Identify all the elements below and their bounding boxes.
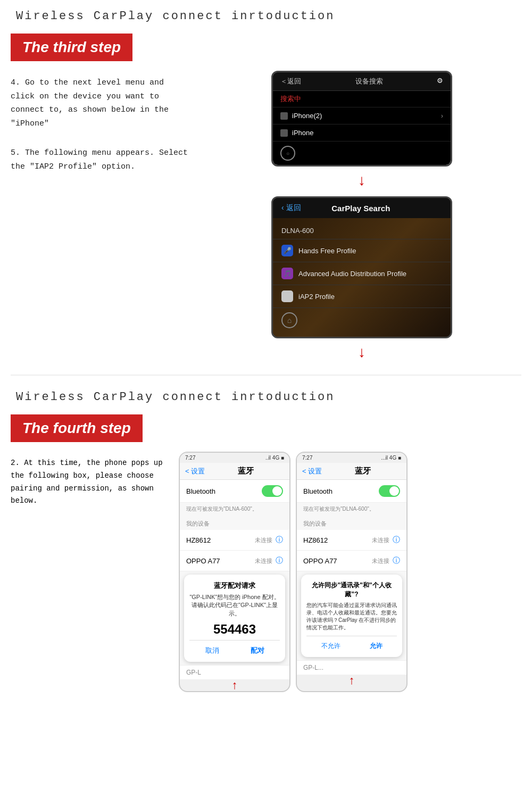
phone1-back[interactable]: < 设置: [185, 467, 205, 476]
phone2-gp-label: GP-L...: [303, 664, 323, 671]
phone2-time: 7:27: [302, 455, 312, 461]
phone2-discoverable: 现在可被发现为"DLNA-600"。: [297, 503, 406, 516]
phone1-nav-title: 蓝牙: [207, 466, 284, 476]
step4-text-col: 2. At this time, the phone pops up the f…: [11, 452, 170, 508]
phone2-device2-name: OPPO A77: [303, 557, 372, 565]
phone2-signal: ...il 4G ■: [381, 455, 401, 461]
carplay-item1[interactable]: 🎤 Hands Free Profile: [273, 239, 451, 262]
phone1-gp-label: GP-L: [186, 669, 201, 676]
phone1-status: 7:27 ..il 4G ■: [180, 453, 289, 463]
phone1-device2-row[interactable]: OPPO A77 未连接 ⓘ: [180, 551, 289, 571]
step4-badge: The fourth step: [11, 414, 143, 442]
phone2-arrow: ↑: [297, 675, 406, 686]
phone1-cancel-btn[interactable]: 取消: [200, 645, 225, 656]
car-screen-1-icon1: [280, 112, 288, 120]
phone1-nav: < 设置 蓝牙: [180, 463, 289, 480]
phone1-dialog-body: "GP-LINK"想与您的 iPhone 配对。请确认此代码已在"GP-LINK…: [189, 593, 280, 618]
car-screen-1-item1[interactable]: iPhone(2) ›: [273, 107, 451, 124]
phone1-bluetooth-toggle[interactable]: [262, 485, 283, 497]
step3-instruction4: 4. Go to the next level menu and click o…: [11, 76, 192, 130]
phone2-dialog: 允许同步"通讯录"和"个人收藏"? 您的汽车可能会通过蓝牙请求访问通讯录、电话个…: [301, 575, 402, 657]
phone1-bluetooth-label: Bluetooth: [186, 487, 262, 495]
carplay-title: CarPlay Search: [331, 204, 390, 213]
phone2-bluetooth-row: Bluetooth: [297, 480, 406, 503]
phone1-pair-btn[interactable]: 配对: [245, 645, 270, 656]
section-fourth-step: The fourth step 2. At this time, the pho…: [0, 409, 532, 703]
car-screen-1-searching: 搜索中: [273, 91, 451, 107]
car-screen-1-bottom: ○: [273, 142, 451, 165]
step4-content: 2. At this time, the phone pops up the f…: [11, 452, 521, 692]
step3-text-col: 4. Go to the next level menu and click o…: [11, 71, 192, 173]
phone1-bluetooth-row: Bluetooth: [180, 480, 289, 503]
phone2-device1-status: 未连接: [372, 536, 389, 544]
car-screen-1-icon2: [280, 129, 288, 137]
carplay-screen: ‹ 返回 CarPlay Search DLNA-600 🎤 Hands Fre…: [271, 196, 452, 338]
phone2-my-devices-header: 我的设备: [297, 516, 406, 530]
phone1-device1-row[interactable]: HZ8612 未连接 ⓘ: [180, 530, 289, 551]
phone2-device1-info[interactable]: ⓘ: [393, 535, 400, 545]
phone1-dialog-title: 蓝牙配对请求: [189, 581, 280, 591]
phone2-dialog-title: 允许同步"通讯录"和"个人收藏"?: [306, 581, 397, 599]
car-screen-1-back: ＜返回: [280, 77, 301, 86]
car-screen-1-arrow1: ›: [441, 112, 443, 120]
phone2-device1-name: HZ8612: [303, 536, 372, 544]
carplay-icon3: [281, 290, 293, 302]
car-screen-1-header: ＜返回 设备搜索 ⚙: [273, 72, 451, 91]
car-screen-1-title: 设备搜索: [355, 77, 383, 86]
phone1-time: 7:27: [185, 455, 195, 461]
car-screen-1-circle-btn[interactable]: ○: [280, 146, 295, 161]
carplay-item3-label: iAP2 Profile: [298, 293, 335, 301]
carplay-item1-label: Hands Free Profile: [298, 247, 356, 255]
step3-content: 4. Go to the next level menu and click o…: [11, 71, 521, 359]
arrow-pointer-2: ↓: [358, 346, 367, 361]
carplay-item2-label: Advanced Audio Distribution Profile: [298, 270, 406, 278]
phone1-dialog: 蓝牙配对请求 "GP-LINK"想与您的 iPhone 配对。请确认此代码已在"…: [184, 575, 285, 662]
phone1-my-devices-header: 我的设备: [180, 516, 289, 530]
phone2-back[interactable]: < 设置: [302, 467, 322, 476]
phone2-status: 7:27 ...il 4G ■: [297, 453, 406, 463]
phone2-bluetooth-label: Bluetooth: [303, 487, 379, 495]
phone1-dialog-buttons: 取消 配对: [189, 640, 280, 656]
section-third-step: The third step 4. Go to the next level m…: [0, 28, 532, 369]
carplay-bottom: ⌂: [273, 308, 451, 332]
phone1-device2-info[interactable]: ⓘ: [276, 556, 283, 566]
page-title-2: Wireless CarPlay connect inrtoduction: [0, 381, 532, 409]
carplay-home-btn[interactable]: ⌂: [281, 312, 297, 328]
phone-mock-2: 7:27 ...il 4G ■ < 设置 蓝牙 Bluetooth 现在可被发现…: [296, 452, 408, 692]
phone1-device1-name: HZ8612: [186, 536, 255, 544]
phone-screens: 7:27 ..il 4G ■ < 设置 蓝牙 Bluetooth 现在可被发现为…: [179, 452, 408, 692]
phone1-body: Bluetooth 现在可被发现为"DLNA-600"。 我的设备 HZ8612…: [180, 480, 289, 679]
phone2-device2-info[interactable]: ⓘ: [393, 556, 400, 566]
phone2-allow-btn[interactable]: 允许: [367, 641, 386, 652]
phone1-device1-info[interactable]: ⓘ: [276, 535, 283, 545]
carplay-item2[interactable]: 🎵 Advanced Audio Distribution Profile: [273, 262, 451, 285]
phone1-device2-status: 未连接: [255, 557, 272, 565]
phone1-signal: ..il 4G ■: [265, 455, 284, 461]
car-screen-1-inner: ＜返回 设备搜索 ⚙ 搜索中 iPhone(2) › iPhone: [273, 72, 451, 165]
step3-images-col: ＜返回 设备搜索 ⚙ 搜索中 iPhone(2) › iPhone: [202, 71, 521, 359]
phone1-device1-status: 未连接: [255, 536, 272, 544]
carplay-dlna: DLNA-600: [273, 222, 451, 239]
phone2-deny-btn[interactable]: 不允许: [318, 641, 344, 652]
carplay-back[interactable]: ‹ 返回: [281, 203, 301, 213]
phone2-device1-row[interactable]: HZ8612 未连接 ⓘ: [297, 530, 406, 551]
step3-instruction5: 5. The following menu appears. Select th…: [11, 146, 192, 173]
phone2-device2-status: 未连接: [372, 557, 389, 565]
car-screen-1-item2[interactable]: iPhone: [273, 124, 451, 142]
car-screen-1: ＜返回 设备搜索 ⚙ 搜索中 iPhone(2) › iPhone: [271, 71, 452, 167]
phone1-other-row: GP-L: [180, 665, 289, 679]
phone2-bluetooth-toggle[interactable]: [379, 485, 400, 497]
phone2-nav-title: 蓝牙: [324, 466, 401, 476]
phone1-discoverable: 现在可被发现为"DLNA-600"。: [180, 503, 289, 516]
phone2-gp-row: GP-L...: [297, 660, 406, 675]
phone2-body: Bluetooth 现在可被发现为"DLNA-600"。 我的设备 HZ8612…: [297, 480, 406, 675]
phone1-device2-name: OPPO A77: [186, 557, 255, 565]
arrow-pointer-1: ↓: [358, 174, 367, 189]
carplay-icon2: 🎵: [281, 268, 293, 279]
phone2-device2-row[interactable]: OPPO A77 未连接 ⓘ: [297, 551, 406, 571]
carplay-icon1: 🎤: [281, 245, 293, 256]
phone-mock-1: 7:27 ..il 4G ■ < 设置 蓝牙 Bluetooth 现在可被发现为…: [179, 452, 290, 692]
phone1-arrow: ↑: [180, 679, 289, 691]
phone2-dialog-body: 您的汽车可能会通过蓝牙请求访问通讯录、电话个人收藏和最近通话。您要允许该请求吗？…: [306, 602, 397, 631]
carplay-item3[interactable]: iAP2 Profile: [273, 285, 451, 308]
